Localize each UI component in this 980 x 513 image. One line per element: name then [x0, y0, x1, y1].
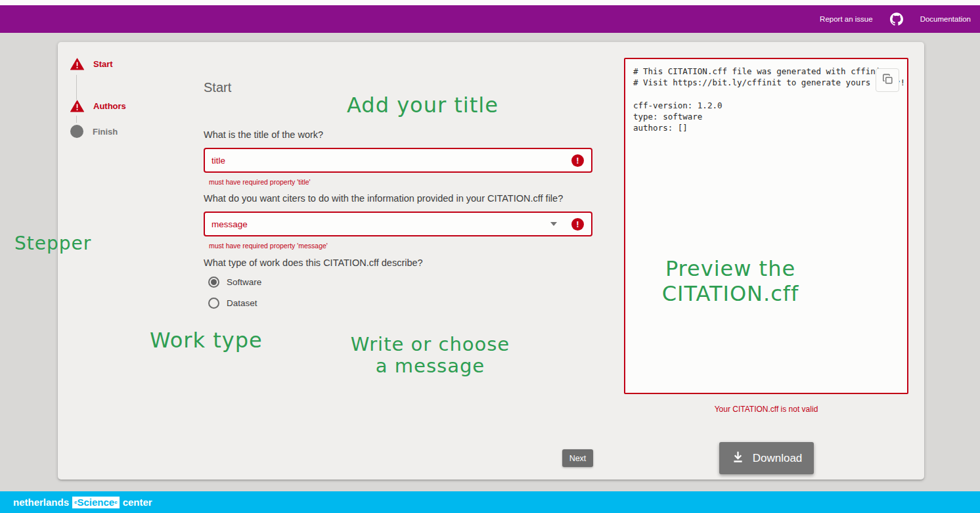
copy-icon [881, 73, 894, 88]
chevron-down-icon [550, 222, 557, 226]
title-field-wrapper: ! [204, 148, 592, 173]
error-icon: ! [571, 218, 584, 231]
worktype-question-label: What type of work does this CITATION.cff… [204, 257, 423, 268]
error-icon: ! [571, 154, 584, 167]
message-error-text: must have required property 'message' [209, 242, 328, 250]
stepper-step-start[interactable]: Start [70, 58, 113, 70]
title-input[interactable] [205, 156, 571, 166]
annotation-stepper: Stepper [14, 233, 91, 254]
app-header: Report an issue Documentation [0, 5, 980, 33]
stepper-connector [76, 116, 77, 123]
title-error-text: must have required property 'title' [209, 178, 311, 186]
documentation-link[interactable]: Documentation [920, 15, 971, 23]
copy-button[interactable] [876, 68, 899, 92]
radio-button-icon [208, 277, 219, 288]
annotation-add-your-title: Add your title [347, 93, 499, 118]
download-label: Download [753, 452, 803, 465]
warning-icon [70, 100, 84, 112]
message-select[interactable]: message ! [204, 212, 592, 236]
radio-label: Dataset [227, 298, 257, 308]
message-select-value: message [205, 219, 550, 229]
annotation-write-or-choose: Write or choose a message [342, 334, 519, 378]
report-issue-link[interactable]: Report an issue [820, 15, 873, 23]
logo-science-highlight: eSciencee [72, 497, 120, 508]
title-question-label: What is the title of the work? [204, 129, 323, 140]
logo-center: center [123, 497, 152, 508]
escience-center-logo: netherlands eSciencee center [13, 497, 152, 508]
citation-preview-pane: # This CITATION.cff file was generated w… [624, 58, 908, 394]
download-icon [731, 450, 745, 467]
step-label: Start [93, 59, 113, 69]
next-button[interactable]: Next [562, 449, 593, 467]
annotation-preview-citation: Preview the CITATION.cff [638, 256, 822, 307]
stepper-connector [76, 75, 77, 100]
logo-netherlands: netherlands [13, 497, 69, 508]
radio-label: Software [227, 277, 261, 287]
validation-status-text: Your CITATION.cff is not valid [624, 405, 908, 414]
radio-button-icon [208, 298, 219, 309]
step-label: Finish [93, 127, 118, 137]
stepper-step-finish[interactable]: Finish [70, 125, 118, 138]
github-icon[interactable] [890, 12, 903, 26]
step-label: Authors [93, 101, 126, 111]
top-strip [0, 0, 980, 5]
app-footer: netherlands eSciencee center [0, 491, 980, 513]
citation-code: # This CITATION.cff file was generated w… [633, 66, 902, 134]
stepper-step-authors[interactable]: Authors [70, 100, 126, 112]
radio-dataset[interactable]: Dataset [208, 298, 257, 309]
step-circle-icon [70, 125, 83, 138]
download-button[interactable]: Download [719, 442, 814, 474]
page-title: Start [204, 80, 231, 95]
annotation-work-type: Work type [150, 328, 263, 353]
message-question-label: What do you want citers to do with the i… [204, 193, 563, 204]
warning-icon [70, 58, 84, 70]
radio-software[interactable]: Software [208, 277, 261, 288]
